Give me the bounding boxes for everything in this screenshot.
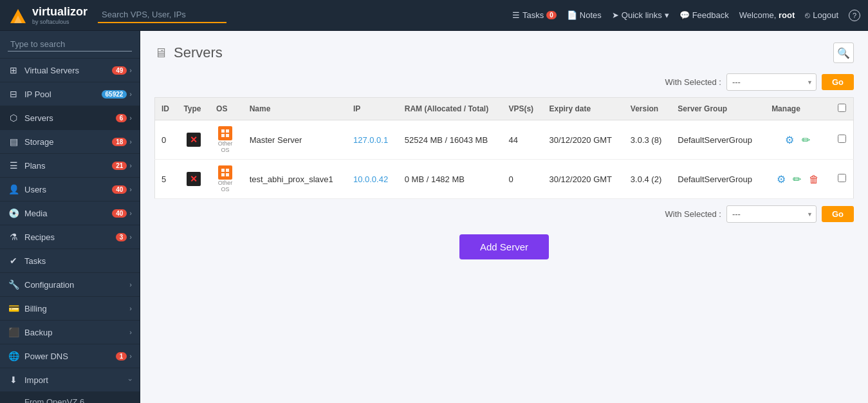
sidebar-item-recipes[interactable]: ⚗ Recipes 3 › <box>0 225 140 249</box>
sidebar-label-recipes: Recipes <box>24 232 116 242</box>
add-server-button[interactable]: Add Server <box>459 234 549 259</box>
svg-rect-4 <box>221 134 225 137</box>
sidebar-label-billing: Billing <box>24 304 129 314</box>
cell-vps: 44 <box>502 120 542 160</box>
plans-chevron-icon: › <box>129 162 132 169</box>
cell-type: ✕ <box>177 120 210 160</box>
sidebar-item-backup[interactable]: ⬛ Backup › <box>0 321 140 344</box>
sidebar-item-media[interactable]: 💿 Media 40 › <box>0 202 140 225</box>
servers-chevron-icon: › <box>129 114 132 122</box>
sidebar-item-plans[interactable]: ☰ Plans 21 › <box>0 154 140 178</box>
ip-link[interactable]: 127.0.0.1 <box>353 135 388 145</box>
with-selected-select-bottom[interactable]: --- <box>726 205 817 223</box>
storage-badge: 18 <box>112 138 127 146</box>
page-search-button[interactable]: 🔍 <box>833 42 854 63</box>
select-all-checkbox[interactable] <box>838 104 846 112</box>
sidebar-item-power-dns[interactable]: 🌐 Power DNS 1 › <box>0 344 140 368</box>
go-button-top[interactable]: Go <box>822 74 854 90</box>
sidebar-item-storage[interactable]: ▤ Storage 18 › <box>0 130 140 154</box>
notes-nav-item[interactable]: 📄 Notes <box>567 10 602 20</box>
col-ip: IP <box>347 98 398 120</box>
cell-manage: ⚙ ✏ 🗑 <box>765 160 830 199</box>
ip-link[interactable]: 10.0.0.42 <box>353 174 388 184</box>
type-x-icon: ✕ <box>187 133 201 147</box>
media-chevron-icon: › <box>129 209 132 217</box>
cell-version: 3.0.3 (8) <box>624 120 672 160</box>
os-image <box>218 126 232 140</box>
sidebar-item-ip-pool[interactable]: ⊟ IP Pool 65922 › <box>0 82 140 106</box>
help-nav-item[interactable]: ? <box>849 10 860 21</box>
sidebar-item-users[interactable]: 👤 Users 40 › <box>0 178 140 202</box>
sidebar-item-virtual-servers[interactable]: ⊞ Virtual Servers 49 › <box>0 59 140 82</box>
svg-rect-7 <box>226 169 229 172</box>
with-selected-dropdown-top: --- <box>726 73 817 91</box>
tasks-sidebar-icon: ✔ <box>8 255 19 267</box>
sidebar-item-configuration[interactable]: 🔧 Configuration › <box>0 273 140 297</box>
sidebar-item-billing[interactable]: 💳 Billing › <box>0 297 140 321</box>
quicklinks-icon: ➤ <box>612 10 619 20</box>
col-version: Version <box>624 98 672 120</box>
manage-settings-button[interactable]: ⚙ <box>774 172 788 187</box>
logout-label: Logout <box>813 10 838 20</box>
cell-expiry: 30/12/2020 GMT <box>542 160 623 199</box>
topnav-search-input[interactable] <box>98 7 226 23</box>
manage-settings-button[interactable]: ⚙ <box>782 133 797 147</box>
billing-icon: 💳 <box>8 303 19 314</box>
configuration-icon: 🔧 <box>8 279 19 290</box>
sidebar: ⊞ Virtual Servers 49 › ⊟ IP Pool 65922 ›… <box>0 31 140 403</box>
svg-rect-5 <box>226 134 229 137</box>
with-selected-select-top[interactable]: --- <box>726 73 817 91</box>
svg-rect-3 <box>226 129 229 133</box>
quicklinks-chevron-icon: ▾ <box>665 10 669 20</box>
notes-label: Notes <box>580 10 602 20</box>
row-checkbox[interactable] <box>838 174 846 182</box>
logo[interactable]: virtualizor by softaculous <box>8 5 88 26</box>
cell-os: Other OS <box>210 160 243 199</box>
feedback-nav-item[interactable]: 💬 Feedback <box>679 10 729 20</box>
table-row: 0 ✕ Other OS <box>155 120 854 160</box>
recipes-icon: ⚗ <box>8 231 19 243</box>
tasks-badge: 0 <box>546 11 557 19</box>
sidebar-item-import[interactable]: ⬇ Import › <box>0 368 140 392</box>
quicklinks-label: Quick links <box>622 10 662 20</box>
cell-ip: 10.0.0.42 <box>347 160 398 199</box>
storage-chevron-icon: › <box>129 138 132 145</box>
sidebar-label-import: Import <box>24 375 129 385</box>
sidebar-item-from-openvz6[interactable]: From OpenVZ 6 <box>0 392 140 403</box>
cell-ip: 127.0.0.1 <box>347 120 398 160</box>
cell-checkbox <box>830 160 853 199</box>
page-header: 🖥 Servers 🔍 <box>154 42 854 63</box>
row-checkbox[interactable] <box>838 135 846 143</box>
os-text: Other OS <box>216 140 234 153</box>
sidebar-item-tasks[interactable]: ✔ Tasks <box>0 249 140 273</box>
logo-text: virtualizor <box>32 5 88 18</box>
quicklinks-nav-item[interactable]: ➤ Quick links ▾ <box>612 10 669 20</box>
sidebar-label-tasks: Tasks <box>24 256 132 266</box>
manage-edit-button[interactable]: ✏ <box>799 133 813 147</box>
backup-chevron-icon: › <box>129 328 132 336</box>
logout-nav-item[interactable]: ⎋ Logout <box>805 10 838 20</box>
cell-expiry: 30/12/2020 GMT <box>542 120 623 160</box>
tasks-label: Tasks <box>522 10 544 20</box>
cell-id: 5 <box>155 160 178 199</box>
manage-edit-button[interactable]: ✏ <box>790 172 804 187</box>
os-text: Other OS <box>216 180 234 192</box>
cell-name: test_abhi_prox_slave1 <box>243 160 347 199</box>
type-x-icon: ✕ <box>187 172 201 186</box>
sidebar-item-servers[interactable]: ⬡ Servers 6 › <box>0 106 140 130</box>
billing-chevron-icon: › <box>129 305 132 312</box>
cell-checkbox <box>830 120 853 160</box>
cell-server-group: DefaultServerGroup <box>671 160 765 199</box>
go-button-bottom[interactable]: Go <box>822 206 854 222</box>
sidebar-label-media: Media <box>24 209 112 218</box>
plans-icon: ☰ <box>8 160 19 171</box>
sidebar-search-input[interactable] <box>8 37 132 52</box>
tasks-nav-item[interactable]: ☰ Tasks 0 <box>512 10 557 20</box>
with-selected-label-bottom: With Selected : <box>665 209 721 219</box>
with-selected-bar-bottom: With Selected : --- Go <box>154 205 854 223</box>
manage-delete-button[interactable]: 🗑 <box>806 173 822 187</box>
ip-pool-chevron-icon: › <box>129 90 132 98</box>
sidebar-label-storage: Storage <box>24 137 112 147</box>
configuration-chevron-icon: › <box>129 281 132 288</box>
virtual-servers-badge: 49 <box>112 66 127 75</box>
